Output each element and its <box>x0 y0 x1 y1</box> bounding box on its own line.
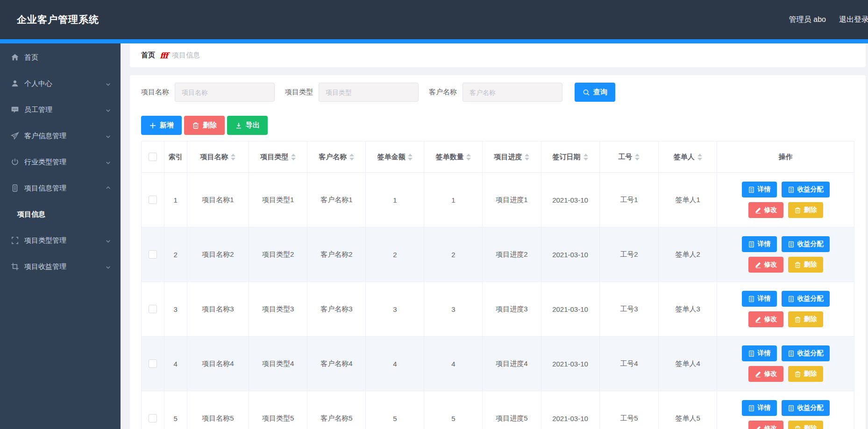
row-checkbox[interactable] <box>149 250 157 259</box>
delete-button[interactable]: 删除 <box>788 202 823 218</box>
column-header[interactable]: 项目进度 <box>483 141 541 172</box>
edit-button[interactable]: 修改 <box>748 311 783 327</box>
delete-button[interactable]: 删除 <box>788 257 823 273</box>
sort-icon[interactable] <box>408 154 413 161</box>
sort-icon[interactable] <box>583 154 588 161</box>
doc-icon <box>788 350 795 357</box>
column-header[interactable]: 签订日期 <box>541 141 600 172</box>
edit-button[interactable]: 修改 <box>748 257 783 273</box>
income-assign-button[interactable]: 收益分配 <box>782 400 830 416</box>
column-header[interactable]: 工号 <box>600 141 659 172</box>
detail-button[interactable]: 详情 <box>742 400 777 416</box>
column-header[interactable]: 签单数量 <box>424 141 483 172</box>
cell-project-type: 项目类型3 <box>249 282 307 336</box>
sidebar-item-project-income-mgmt[interactable]: 项目收益管理 <box>0 253 121 280</box>
cell-index: 5 <box>164 391 187 429</box>
sidebar-item-project-type-mgmt[interactable]: 项目类型管理 <box>0 227 121 253</box>
edit-button[interactable]: 修改 <box>748 366 783 382</box>
chevron-up-icon <box>105 185 111 191</box>
delete-button[interactable]: 删除 <box>788 421 823 429</box>
income-assign-button[interactable]: 收益分配 <box>782 236 830 252</box>
detail-button[interactable]: 详情 <box>742 291 777 307</box>
column-header[interactable]: 客户名称 <box>307 141 366 172</box>
delete-button[interactable]: 删除 <box>788 366 823 382</box>
column-header-label: 签单人 <box>674 152 695 162</box>
pencil-icon <box>754 261 761 268</box>
detail-button[interactable]: 详情 <box>742 236 777 252</box>
detail-button[interactable]: 详情 <box>742 182 777 197</box>
main-card: 项目名称 项目类型 客户名称 查询 <box>130 75 866 429</box>
sort-icon[interactable] <box>291 154 296 161</box>
export-button-label: 导出 <box>246 121 260 130</box>
sidebar-item-project-info-mgmt[interactable]: 项目信息管理 <box>0 175 121 201</box>
column-header[interactable]: 签单人 <box>659 141 717 172</box>
sidebar-item-customer-info-mgmt[interactable]: 客户信息管理 <box>0 123 121 149</box>
doc-icon <box>788 186 795 193</box>
table-row: 2 项目名称2 项目类型2 客户名称2 2 2 项目进度2 2021-03-10… <box>142 227 854 282</box>
row-checkbox[interactable] <box>149 196 157 204</box>
sidebar-item-employee-mgmt[interactable]: 员工管理 <box>0 97 121 123</box>
sort-icon[interactable] <box>697 154 702 161</box>
column-header[interactable]: 签单金额 <box>366 141 424 172</box>
logout-link[interactable]: 退出登录 <box>839 15 868 25</box>
edit-button[interactable]: 修改 <box>748 421 783 429</box>
project-type-input[interactable] <box>319 83 419 102</box>
cell-sign-date: 2021-03-10 <box>541 173 600 227</box>
breadcrumb-home-link[interactable]: 首页 <box>141 51 155 60</box>
sidebar-item-label: 项目信息管理 <box>24 184 105 193</box>
sidebar-item-industry-type-mgmt[interactable]: 行业类型管理 <box>0 149 121 175</box>
column-header[interactable]: 索引 <box>164 141 187 172</box>
row-checkbox[interactable] <box>149 359 157 368</box>
project-name-input[interactable] <box>175 83 275 102</box>
add-button[interactable]: 新增 <box>141 116 182 135</box>
search-button[interactable]: 查询 <box>575 83 615 102</box>
cell-sign-date: 2021-03-10 <box>541 391 600 429</box>
row-select-cell <box>142 337 164 391</box>
edit-button[interactable]: 修改 <box>748 202 783 218</box>
sort-icon[interactable] <box>349 154 354 161</box>
column-header[interactable]: 操作 <box>717 141 854 172</box>
row-checkbox[interactable] <box>149 305 157 313</box>
sort-icon[interactable] <box>466 154 471 161</box>
action-line-1: 详情 收益分配 <box>742 182 830 197</box>
detail-button[interactable]: 详情 <box>742 345 777 361</box>
search-group-customer-name: 客户名称 <box>429 83 562 102</box>
pencil-icon <box>754 207 761 214</box>
sidebar-subitem-project-info[interactable]: 项目信息 <box>0 201 121 227</box>
bulk-delete-button[interactable]: 删除 <box>184 116 225 135</box>
income-assign-button[interactable]: 收益分配 <box>782 291 830 307</box>
sort-icon[interactable] <box>525 154 529 161</box>
customer-name-input[interactable] <box>462 83 562 102</box>
select-all-checkbox[interactable] <box>149 153 157 161</box>
cell-sign-quantity: 5 <box>424 391 483 429</box>
row-checkbox[interactable] <box>149 414 157 422</box>
cell-signer: 签单人5 <box>659 391 717 429</box>
pencil-icon <box>754 425 761 429</box>
sidebar-item-home[interactable]: 首页 <box>0 44 121 70</box>
delete-button[interactable]: 删除 <box>788 311 823 327</box>
table-row: 3 项目名称3 项目类型3 客户名称3 3 3 项目进度3 2021-03-10… <box>142 282 854 337</box>
sidebar-item-label: 员工管理 <box>24 105 105 114</box>
column-header[interactable]: 项目类型 <box>249 141 307 172</box>
trash-icon <box>794 207 801 214</box>
row-select-cell <box>142 227 164 281</box>
column-header[interactable]: 项目名称 <box>187 141 249 172</box>
admin-user-link[interactable]: 管理员 abo <box>789 15 826 25</box>
sort-icon[interactable] <box>231 154 235 161</box>
cell-sign-amount: 4 <box>366 337 424 391</box>
sort-icon[interactable] <box>635 154 640 161</box>
export-button[interactable]: 导出 <box>227 116 268 135</box>
cell-sign-quantity: 3 <box>424 282 483 336</box>
power-icon <box>11 158 19 166</box>
income-assign-button[interactable]: 收益分配 <box>782 182 830 197</box>
trash-icon <box>794 425 801 429</box>
cell-project-progress: 项目进度4 <box>483 337 541 391</box>
cell-sign-amount: 1 <box>366 173 424 227</box>
trash-icon <box>794 261 801 268</box>
cell-project-type: 项目类型5 <box>249 391 307 429</box>
delete-button-label: 删除 <box>804 315 817 324</box>
sidebar-item-personal-center[interactable]: 个人中心 <box>0 70 121 97</box>
message-icon <box>11 105 19 114</box>
cell-customer-name: 客户名称3 <box>307 282 366 336</box>
income-assign-button[interactable]: 收益分配 <box>782 345 830 361</box>
